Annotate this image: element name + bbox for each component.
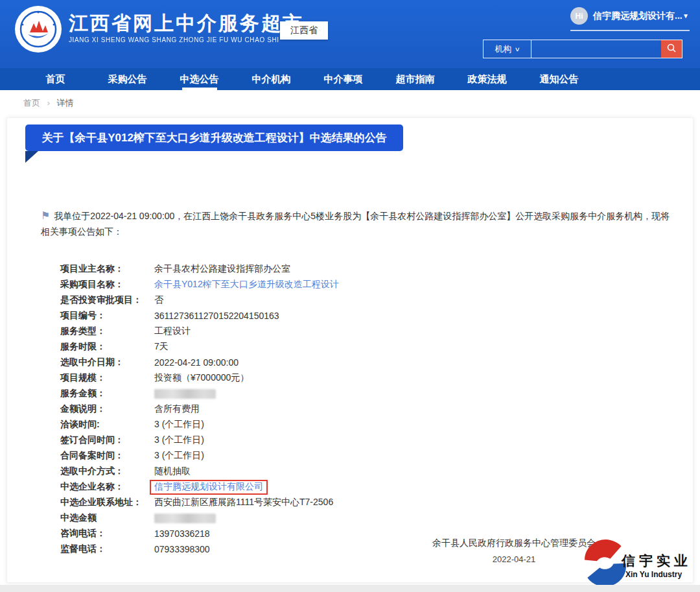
field-label: 中选企业名称： xyxy=(60,481,154,493)
flag-icon: ⚑ xyxy=(41,210,50,221)
username: 信宇腾远规划设计有... xyxy=(593,10,677,22)
table-row: 项目规模：投资额（¥7000000元） xyxy=(60,370,693,386)
search-category-dropdown[interactable]: 机构 ∨ xyxy=(484,40,531,58)
table-row: 是否投资审批项目：否 xyxy=(60,292,693,308)
site-logo-icon xyxy=(14,5,62,53)
table-row: 选取中介方式：随机抽取 xyxy=(60,464,693,479)
watermark-cn: 信宇实业 xyxy=(622,552,692,570)
field-label: 合同备案时间： xyxy=(60,450,154,462)
field-label: 监督电话： xyxy=(60,543,154,555)
announcement-card: 关于【余干县Y012榨下至大口乡道升级改造工程设计】中选结果的公告 ⚑我单位于2… xyxy=(6,117,694,583)
issuer-name: 余干县人民政府行政服务中心管理委员会 xyxy=(432,538,596,549)
field-label: 服务类型： xyxy=(60,326,154,337)
chevron-down-icon: ∨ xyxy=(515,46,520,53)
field-label: 签订合同时间： xyxy=(60,434,154,446)
field-label: 金额说明： xyxy=(60,403,154,415)
breadcrumb-current: 详情 xyxy=(57,98,74,108)
field-label: 采购项目名称： xyxy=(60,279,154,290)
details-list: 项目业主名称：余干县农村公路建设指挥部办公室采购项目名称：余干县Y012榨下至大… xyxy=(60,261,693,557)
site-subtitle: JIANG XI SHENG WANG SHANG ZHONG JIE FU W… xyxy=(69,36,304,43)
field-label: 选取中介日期： xyxy=(60,357,154,368)
table-row: 项目编号：3611273611270152204150163 xyxy=(60,308,693,324)
field-value: 工程设计 xyxy=(154,326,191,337)
search-icon xyxy=(666,43,677,55)
nav-item-0[interactable]: 首页 xyxy=(19,68,91,90)
table-row: 选取中介日期：2022-04-21 09:00:00 xyxy=(60,355,693,370)
table-row: 项目业主名称：余干县农村公路建设指挥部办公室 xyxy=(60,261,693,277)
breadcrumb: 首页 › 详情 xyxy=(0,90,700,115)
field-label: 项目规模： xyxy=(60,372,154,384)
issuer-date: 2022-04-21 xyxy=(432,554,596,564)
table-row: 服务金额： xyxy=(60,386,693,401)
field-label: 是否投资审批项目： xyxy=(60,294,154,306)
field-value: 余干县农村公路建设指挥部办公室 xyxy=(154,263,290,275)
user-divider xyxy=(570,30,690,31)
field-label: 咨询电话： xyxy=(60,528,154,539)
redacted-value xyxy=(154,514,216,523)
field-value-link[interactable]: 信宇腾远规划设计有限公司 xyxy=(154,481,263,491)
field-value: 7天 xyxy=(154,341,169,353)
watermark-en: Xin Yu Industry xyxy=(625,570,682,579)
site-title-block: 江西省网上中介服务超市 JIANG XI SHENG WANG SHANG ZH… xyxy=(69,12,304,43)
search-bar: 机构 ∨ xyxy=(483,40,682,58)
nav-item-5[interactable]: 超市指南 xyxy=(379,68,451,90)
search-category-label: 机构 xyxy=(495,43,511,55)
search-button[interactable] xyxy=(661,40,682,58)
field-value: 随机抽取 xyxy=(154,466,191,477)
table-row: 洽谈时间:3 (个工作日) xyxy=(60,417,693,432)
red-highlight-box: 信宇腾远规划设计有限公司 xyxy=(150,480,268,495)
table-row: 采购项目名称：余干县Y012榨下至大口乡道升级改造工程设计 xyxy=(60,277,693,292)
field-value: 3 (个工作日) xyxy=(154,434,204,446)
announcement-intro-text: 我单位于2022-04-21 09:00:00，在江西上饶余干县政务服务中心5楼… xyxy=(41,211,670,237)
nav-item-6[interactable]: 政策法规 xyxy=(451,68,523,90)
region-select[interactable]: 江西省 xyxy=(280,21,328,40)
field-value-link[interactable]: 余干县Y012榨下至大口乡道升级改造工程设计 xyxy=(154,279,339,290)
field-value: 否 xyxy=(154,294,163,306)
field-value: 3 (个工作日) xyxy=(154,419,204,431)
site-title: 江西省网上中介服务超市 xyxy=(69,12,304,34)
table-row: 中选金额 xyxy=(60,510,693,526)
table-row: 合同备案时间：3 (个工作日) xyxy=(60,448,693,464)
field-value: 投资额（¥7000000元） xyxy=(154,372,249,384)
field-value: 西安曲江新区雁展路1111号莱安中心T7-2506 xyxy=(154,497,333,508)
table-row: 中选企业联系地址：西安曲江新区雁展路1111号莱安中心T7-2506 xyxy=(60,495,693,510)
table-row: 服务类型：工程设计 xyxy=(60,324,693,339)
field-label: 项目编号： xyxy=(60,310,154,322)
user-menu[interactable]: Hi 信宇腾远规划设计有... ▼ xyxy=(570,7,689,25)
announcement-intro: ⚑我单位于2022-04-21 09:00:00，在江西上饶余干县政务服务中心5… xyxy=(41,208,671,239)
field-label: 中选金额 xyxy=(60,512,154,524)
nav-item-2[interactable]: 中选公告 xyxy=(163,68,235,90)
banner-fold xyxy=(25,151,38,163)
field-value: 3611273611270152204150163 xyxy=(154,311,279,321)
breadcrumb-home[interactable]: 首页 xyxy=(23,98,40,108)
breadcrumb-separator: › xyxy=(47,98,50,108)
field-value: 3 (个工作日) xyxy=(154,450,204,462)
field-value: 07933398300 xyxy=(154,544,210,554)
page: 江西省网上中介服务超市 JIANG XI SHENG WANG SHANG ZH… xyxy=(0,0,700,592)
avatar: Hi xyxy=(570,7,588,25)
field-label: 项目业主名称： xyxy=(60,263,154,275)
field-label: 洽谈时间: xyxy=(60,419,154,431)
field-label: 选取中介方式： xyxy=(60,466,154,477)
field-value: 2022-04-21 09:00:00 xyxy=(154,357,239,368)
nav-item-4[interactable]: 中介事项 xyxy=(307,68,379,90)
nav-item-1[interactable]: 采购公告 xyxy=(91,68,163,90)
site-header: 江西省网上中介服务超市 JIANG XI SHENG WANG SHANG ZH… xyxy=(0,0,700,68)
field-label: 中选企业联系地址： xyxy=(60,497,154,508)
search-input[interactable] xyxy=(531,40,661,58)
field-label: 服务金额： xyxy=(60,388,154,399)
nav-item-7[interactable]: 通知公告 xyxy=(523,68,595,90)
table-row: 签订合同时间：3 (个工作日) xyxy=(60,432,693,448)
redacted-value xyxy=(154,389,216,399)
table-row: 中选企业名称：信宇腾远规划设计有限公司 xyxy=(60,479,693,495)
nav-item-3[interactable]: 中介机构 xyxy=(235,68,307,90)
xinyu-watermark: 信宇实业 Xin Yu Industry xyxy=(579,539,692,586)
page-title: 关于【余干县Y012榨下至大口乡道升级改造工程设计】中选结果的公告 xyxy=(41,132,387,144)
caret-down-icon: ▼ xyxy=(682,12,689,19)
field-label: 服务时限： xyxy=(60,341,154,353)
field-value: 含所有费用 xyxy=(154,403,200,415)
main-nav: 首页采购公告中选公告中介机构中介事项超市指南政策法规通知公告 xyxy=(0,68,700,90)
table-row: 金额说明：含所有费用 xyxy=(60,401,693,417)
issuer-block: 余干县人民政府行政服务中心管理委员会 2022-04-21 xyxy=(432,538,596,564)
announcement-title-banner: 关于【余干县Y012榨下至大口乡道升级改造工程设计】中选结果的公告 xyxy=(25,124,403,151)
